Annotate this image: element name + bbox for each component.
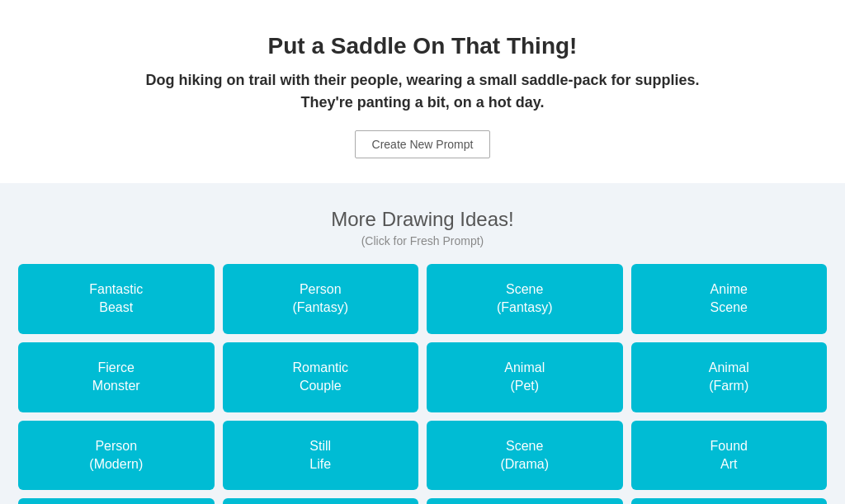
ideas-card-8[interactable]: Person (Modern) — [18, 421, 215, 491]
ideas-card-6[interactable]: Animal (Pet) — [427, 342, 623, 412]
ideas-grid: Fantastic BeastPerson (Fantasy)Scene (Fa… — [18, 264, 827, 504]
ideas-card-3[interactable]: Anime Scene — [631, 264, 828, 334]
ideas-card-9[interactable]: Still Life — [223, 421, 419, 491]
ideas-card-10[interactable]: Scene (Drama) — [427, 421, 623, 491]
ideas-card-0[interactable]: Fantastic Beast — [18, 264, 215, 334]
ideas-card-13[interactable]: Person (History) — [223, 498, 419, 504]
ideas-card-2[interactable]: Scene (Fantasy) — [427, 264, 623, 334]
ideas-card-7[interactable]: Animal (Farm) — [631, 342, 828, 412]
ideas-card-14[interactable]: Scene (History) — [427, 498, 623, 504]
subtitle-line1: Dog hiking on trail with their people, w… — [145, 72, 699, 88]
main-title: Put a Saddle On That Thing! — [17, 33, 828, 59]
subtitle: Dog hiking on trail with their people, w… — [17, 69, 828, 114]
ideas-title: More Drawing Ideas! — [17, 208, 828, 231]
create-new-prompt-button[interactable]: Create New Prompt — [355, 130, 491, 158]
ideas-card-4[interactable]: Fierce Monster — [18, 342, 215, 412]
ideas-card-12[interactable]: Instagram Posers — [18, 498, 215, 504]
ideas-card-5[interactable]: Romantic Couple — [223, 342, 419, 412]
header-section: Put a Saddle On That Thing! Dog hiking o… — [0, 0, 845, 183]
ideas-card-15[interactable]: Thing (Vehicle) — [631, 498, 828, 504]
ideas-card-11[interactable]: Found Art — [631, 421, 828, 491]
ideas-section: More Drawing Ideas! (Click for Fresh Pro… — [0, 183, 845, 504]
ideas-card-1[interactable]: Person (Fantasy) — [223, 264, 419, 334]
ideas-subtitle: (Click for Fresh Prompt) — [17, 234, 828, 247]
subtitle-line2: They're panting a bit, on a hot day. — [301, 94, 545, 111]
